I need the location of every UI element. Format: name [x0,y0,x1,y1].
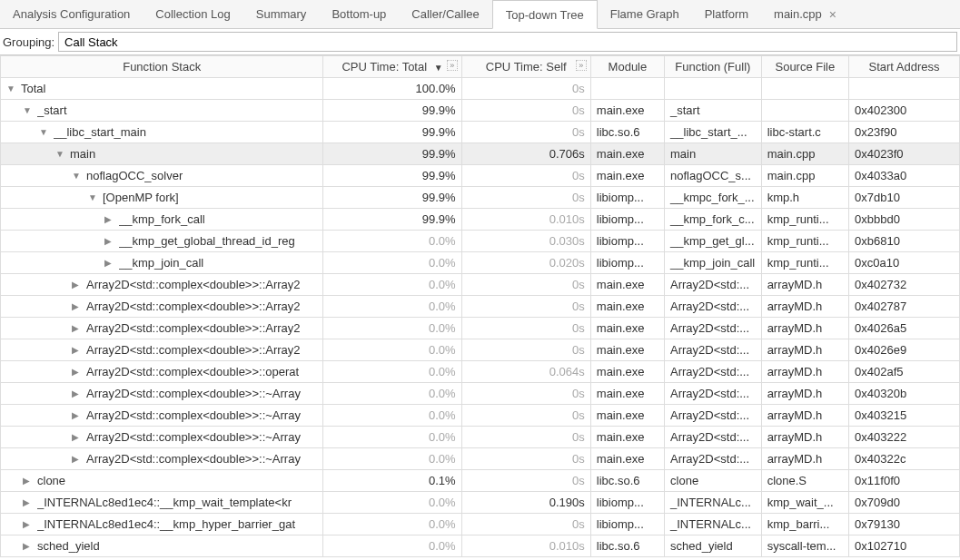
chevron-right-icon[interactable]: ▶ [72,410,83,420]
pin-icon[interactable]: » [576,60,587,71]
pin-icon[interactable]: » [447,60,458,71]
cpu-total-cell: 0.0% [323,339,461,361]
chevron-right-icon[interactable]: ▶ [72,367,83,377]
table-row[interactable]: ▶__kmp_fork_call99.9%0.010slibiomp...__k… [1,209,960,231]
chevron-right-icon[interactable]: ▶ [104,236,115,246]
table-row[interactable]: ▼[OpenMP fork]99.9%0slibiomp...__kmpc_fo… [1,187,960,209]
grouping-input[interactable] [58,32,957,52]
col-function-full[interactable]: Function (Full) [665,56,762,78]
table-row[interactable]: ▶_INTERNALc8ed1ec4::__kmp_wait_template<… [1,492,960,514]
col-start-address[interactable]: Start Address [849,56,960,78]
chevron-right-icon[interactable]: ▶ [104,258,115,268]
tab-label: Caller/Callee [411,7,479,21]
module-cell: libiomp... [590,231,664,252]
table-row[interactable]: ▶Array2D<std::complex<double>>::operat0.… [1,361,960,383]
cpu-total-cell: 99.9% [323,122,461,143]
cpu-self-cell: 0.010s [461,535,590,557]
chevron-right-icon[interactable]: ▶ [72,388,83,398]
table-row[interactable]: ▶clone0.1%0slibc.so.6cloneclone.S0x11f0f… [1,470,960,492]
chevron-down-icon[interactable]: ▼ [72,171,83,181]
start-address-cell: 0x40320b [849,383,960,405]
chevron-right-icon[interactable]: ▶ [23,541,34,551]
function-full-cell: Array2D<std:... [665,296,762,318]
function-full-cell: Array2D<std:... [665,448,762,470]
tab-collection-log[interactable]: Collection Log [143,0,242,28]
table-row[interactable]: ▼noflagOCC_solver99.9%0smain.exenoflagOC… [1,165,960,187]
tab-flame-graph[interactable]: Flame Graph [598,0,692,28]
chevron-down-icon[interactable]: ▼ [88,192,99,202]
source-file-cell: arrayMD.h [761,427,848,448]
chevron-right-icon[interactable]: ▶ [72,280,83,290]
cpu-self-cell: 0s [461,122,590,143]
cpu-self-cell: 0s [461,100,590,122]
tab-label: main.cpp [774,7,822,21]
start-address-cell: 0x402732 [849,274,960,296]
chevron-down-icon[interactable]: ▼ [23,105,34,115]
chevron-right-icon[interactable]: ▶ [23,497,34,507]
function-name: sched_yield [37,539,100,553]
table-row[interactable]: ▼main99.9%0.706smain.exemainmain.cpp0x40… [1,143,960,165]
tab-main-cpp[interactable]: main.cpp× [761,0,849,28]
tab-label: Platform [705,7,748,21]
close-icon[interactable]: × [829,7,836,22]
table-row[interactable]: ▶Array2D<std::complex<double>>::Array20.… [1,296,960,318]
module-cell: main.exe [590,427,664,448]
start-address-cell: 0x79130 [849,514,960,535]
cpu-self-cell: 0.064s [461,361,590,383]
table-row[interactable]: ▶sched_yield0.0%0.010slibc.so.6sched_yie… [1,535,960,557]
chevron-right-icon[interactable]: ▶ [104,214,115,224]
source-file-cell: arrayMD.h [761,274,848,296]
cpu-self-cell: 0s [461,514,590,535]
chevron-right-icon[interactable]: ▶ [72,345,83,355]
tab-analysis-configuration[interactable]: Analysis Configuration [0,0,143,28]
tab-summary[interactable]: Summary [243,0,320,28]
cpu-total-cell: 0.0% [323,296,461,318]
chevron-right-icon[interactable]: ▶ [23,476,34,486]
table-row[interactable]: ▶Array2D<std::complex<double>>::~Array0.… [1,383,960,405]
source-file-cell: main.cpp [761,165,848,187]
source-file-cell: arrayMD.h [761,361,848,383]
table-row[interactable]: ▶Array2D<std::complex<double>>::Array20.… [1,318,960,339]
function-name: __kmp_join_call [119,256,203,270]
table-row[interactable]: ▶Array2D<std::complex<double>>::~Array0.… [1,448,960,470]
cpu-self-cell: 0s [461,427,590,448]
col-cpu-total[interactable]: CPU Time: Total ▼ » [323,56,461,78]
table-row[interactable]: ▶Array2D<std::complex<double>>::Array20.… [1,274,960,296]
source-file-cell: kmp_wait_... [761,492,848,514]
col-cpu-self[interactable]: CPU Time: Self » [461,56,590,78]
table-row[interactable]: ▼Total100.0%0s [1,78,960,100]
table-row[interactable]: ▼_start99.9%0smain.exe_start0x402300 [1,100,960,122]
module-cell: main.exe [590,274,664,296]
source-file-cell: libc-start.c [761,122,848,143]
table-row[interactable]: ▶Array2D<std::complex<double>>::Array20.… [1,339,960,361]
tab-top-down-tree[interactable]: Top-down Tree [492,0,598,29]
source-file-cell: syscall-tem... [761,535,848,557]
source-file-cell: arrayMD.h [761,296,848,318]
chevron-right-icon[interactable]: ▶ [72,301,83,311]
table-row[interactable]: ▶__kmp_get_global_thread_id_reg0.0%0.030… [1,231,960,252]
tab-bottom-up[interactable]: Bottom-up [319,0,399,28]
chevron-right-icon[interactable]: ▶ [72,454,83,464]
chevron-right-icon[interactable]: ▶ [72,323,83,333]
chevron-down-icon[interactable]: ▼ [55,149,66,159]
tab-caller-callee[interactable]: Caller/Callee [399,0,491,28]
function-name: __kmp_get_global_thread_id_reg [119,234,295,248]
chevron-down-icon[interactable]: ▼ [6,84,17,93]
chevron-right-icon[interactable]: ▶ [23,519,34,529]
function-full-cell: _INTERNALc... [665,492,762,514]
table-row[interactable]: ▶__kmp_join_call0.0%0.020slibiomp...__km… [1,252,960,274]
table-row[interactable]: ▼__libc_start_main99.9%0slibc.so.6__libc… [1,122,960,143]
tab-platform[interactable]: Platform [692,0,761,28]
table-row[interactable]: ▶_INTERNALc8ed1ec4::__kmp_hyper_barrier_… [1,514,960,535]
module-cell: main.exe [590,383,664,405]
chevron-right-icon[interactable]: ▶ [72,432,83,442]
col-module[interactable]: Module [590,56,664,78]
chevron-down-icon[interactable]: ▼ [39,127,50,137]
table-row[interactable]: ▶Array2D<std::complex<double>>::~Array0.… [1,427,960,448]
cpu-total-cell: 0.0% [323,274,461,296]
start-address-cell: 0x4026a5 [849,318,960,339]
col-function-stack[interactable]: Function Stack [1,56,323,78]
table-row[interactable]: ▶Array2D<std::complex<double>>::~Array0.… [1,405,960,427]
tabs-bar: Analysis ConfigurationCollection LogSumm… [0,0,960,29]
col-source-file[interactable]: Source File [761,56,848,78]
